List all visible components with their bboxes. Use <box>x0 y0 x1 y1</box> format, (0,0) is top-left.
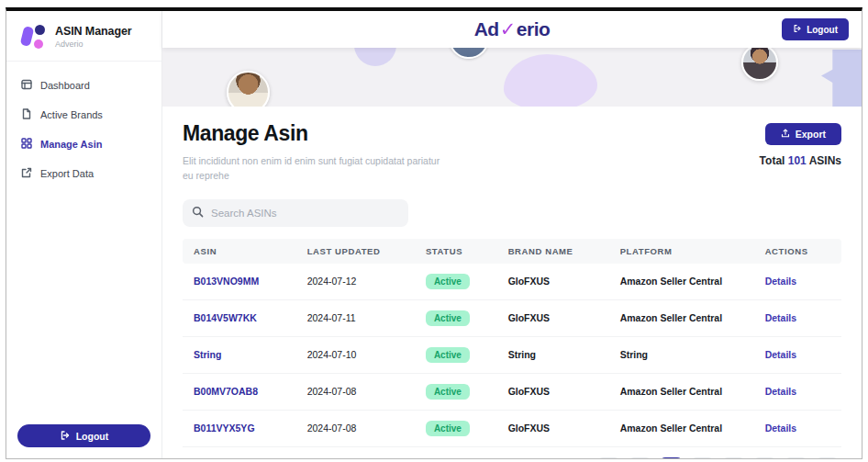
table-row: B013VNO9MM 2024-07-12 Active GloFXUS Ama… <box>183 264 841 300</box>
brand-name-cell: GloFXUS <box>499 299 611 336</box>
platform-cell: Amazon Seller Central <box>611 373 756 410</box>
brand-name-cell: GloFXUS <box>499 373 611 410</box>
prev-page-button[interactable]: ‹ <box>628 457 652 458</box>
title-actions: Export Total 101 ASINs <box>760 121 841 167</box>
export-button[interactable]: Export <box>765 123 841 145</box>
next-page-button[interactable]: › <box>784 457 808 458</box>
search-box[interactable] <box>183 199 408 227</box>
platform-cell: Amazon Seller Central <box>611 264 756 300</box>
actions-cell: Details <box>756 336 841 373</box>
status-badge: Active <box>426 421 470 436</box>
sidebar-item-active-brands[interactable]: Active Brands <box>6 100 161 130</box>
asin-cell: B014V5W7KK <box>183 299 298 336</box>
last-updated-cell: 2024-07-08 <box>298 373 417 410</box>
logo-bar-shape <box>20 26 35 47</box>
app-subtitle: Adverio <box>55 39 132 49</box>
details-link[interactable]: Details <box>765 386 796 397</box>
details-link[interactable]: Details <box>765 349 796 360</box>
hero-banner <box>162 48 862 107</box>
logout-icon <box>793 24 802 35</box>
logo-check-mark: ✓ <box>499 18 517 39</box>
sidebar-logout-button[interactable]: Logout <box>17 424 150 447</box>
sidebar-item-label: Manage Asin <box>40 139 102 150</box>
column-header-brand-name: BRAND NAME <box>499 239 611 264</box>
page-1-button[interactable]: 1 <box>659 457 684 458</box>
topbar-right: Logout <box>550 18 849 40</box>
page-title: Manage Asin <box>183 121 443 146</box>
page-3-button[interactable]: 3 <box>721 457 746 458</box>
sidebar-item-manage-asin[interactable]: Manage Asin <box>6 130 161 159</box>
header-logout-button[interactable]: Logout <box>782 18 849 40</box>
avatar <box>741 48 778 81</box>
decorative-circle <box>354 48 396 66</box>
actions-cell: Details <box>756 410 841 446</box>
search-input[interactable] <box>211 208 399 219</box>
title-row: Manage Asin Elit incididunt non enim id … <box>183 121 841 184</box>
asin-cell: B00MV7OAB8 <box>183 373 298 410</box>
main-area: Ad✓erio Logout Manage A <box>162 11 862 458</box>
sidebar-item-label: Dashboard <box>40 80 90 91</box>
asin-cell: B011VYX5YG <box>183 410 298 446</box>
status-cell: Active <box>417 336 499 373</box>
title-block: Manage Asin Elit incididunt non enim id … <box>183 121 443 184</box>
details-link[interactable]: Details <box>765 276 796 287</box>
total-suffix: ASINs <box>809 154 841 167</box>
external-link-icon <box>21 167 32 180</box>
brand-name-cell: GloFXUS <box>499 264 611 300</box>
logout-icon <box>60 430 71 443</box>
avatar <box>449 48 489 59</box>
status-cell: Active <box>417 264 499 300</box>
export-label: Export <box>796 129 826 140</box>
brand-name-cell: GloFXUS <box>499 410 611 446</box>
total-prefix: Total <box>760 154 785 167</box>
details-link[interactable]: Details <box>765 423 796 434</box>
brand-name-cell: String <box>499 336 611 373</box>
grid-icon <box>21 138 32 151</box>
column-header-actions: ACTIONS <box>756 239 841 264</box>
status-badge: Active <box>426 310 470 326</box>
actions-cell: Details <box>756 264 841 300</box>
table-row: B011VYX5YG 2024-07-08 Active GloFXUS Ama… <box>183 410 841 446</box>
first-page-button[interactable]: « <box>596 457 621 458</box>
platform-cell: Amazon Seller Central <box>611 299 756 336</box>
actions-cell: Details <box>756 299 841 336</box>
last-updated-cell: 2024-07-11 <box>298 299 417 336</box>
total-asins: Total 101 ASINs <box>760 154 841 167</box>
content-area: Manage Asin Elit incididunt non enim id … <box>162 107 862 458</box>
brand-text: ASIN Manager Adverio <box>55 25 132 49</box>
details-link[interactable]: Details <box>765 312 796 323</box>
status-cell: Active <box>417 410 499 446</box>
last-updated-cell: 2024-07-10 <box>298 336 417 373</box>
decorative-blob <box>504 54 597 107</box>
logo-navy-dot <box>35 25 45 35</box>
sidebar-item-label: Active Brands <box>40 109 103 120</box>
sidebar-nav: Dashboard Active Brands Manage Asin Expo… <box>6 62 161 197</box>
logout-label: Logout <box>807 25 838 35</box>
table-row: String 2024-07-10 Active String String D… <box>183 336 841 373</box>
app-logo-icon <box>21 23 47 51</box>
page-2-button[interactable]: 2 <box>690 457 715 458</box>
logo-pink-dot <box>34 39 43 49</box>
app-brand: ASIN Manager Adverio <box>6 11 161 62</box>
sidebar-item-dashboard[interactable]: Dashboard <box>6 71 161 100</box>
table-header: ASIN LAST UPDATED STATUS BRAND NAME PLAT… <box>183 239 841 264</box>
column-header-asin: ASIN <box>183 239 298 264</box>
avatar <box>227 71 270 107</box>
app-title: ASIN Manager <box>55 25 132 38</box>
sidebar: ASIN Manager Adverio Dashboard Active Br… <box>6 11 162 458</box>
last-page-button[interactable]: » <box>815 457 840 458</box>
file-icon <box>21 108 32 121</box>
actions-cell: Details <box>756 373 841 410</box>
table-row: B00MV7OAB8 2024-07-08 Active GloFXUS Ama… <box>183 373 841 410</box>
logo-text-pre: Ad <box>474 18 499 39</box>
platform-cell: Amazon Seller Central <box>611 410 756 446</box>
sidebar-item-export-data[interactable]: Export Data <box>6 159 161 188</box>
app-window: ASIN Manager Adverio Dashboard Active Br… <box>6 7 862 459</box>
logo-text-post: erio <box>517 18 551 39</box>
page-ellipsis-button[interactable]: ... <box>752 457 777 458</box>
sidebar-item-label: Export Data <box>40 168 94 179</box>
last-updated-cell: 2024-07-08 <box>298 410 417 446</box>
status-cell: Active <box>417 299 499 336</box>
column-header-last-updated: LAST UPDATED <box>298 239 417 264</box>
page-subtitle: Elit incididunt non enim id enim sunt fu… <box>183 153 443 184</box>
